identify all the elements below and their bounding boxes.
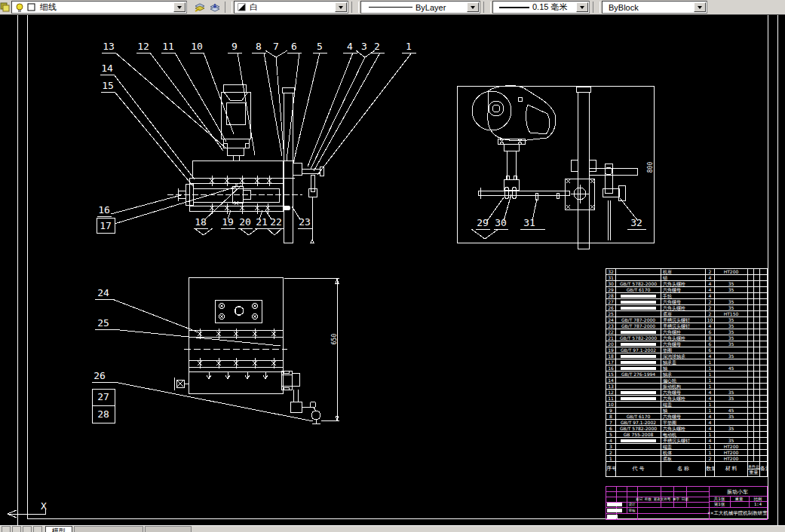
- callout-label: 29: [477, 217, 489, 228]
- layer-on-bulb-icon: [15, 3, 24, 12]
- plotstyle-combo-arrow[interactable]: [694, 2, 706, 12]
- layer-color-swatch-icon: [27, 3, 35, 11]
- callout-label: 21: [256, 216, 268, 228]
- side-view-callouts: 29 30 31 32 800: [471, 162, 654, 239]
- bom-row: 2机体1HT200: [606, 450, 768, 456]
- tab-nav-last-button[interactable]: [33, 526, 42, 532]
- color-combo-arrow[interactable]: [335, 2, 347, 12]
- bom-row: 1底板2HT200: [606, 456, 768, 462]
- bom-header-qty: 数量: [706, 462, 715, 477]
- callout-label: 11: [162, 41, 174, 52]
- tab-layout[interactable]: [145, 526, 192, 532]
- leader-lines: [111, 53, 412, 224]
- titleblock-left-row: 标记 处数 更改文件号 签字 日期: [635, 497, 688, 502]
- toolbar-separator: [351, 2, 359, 13]
- bom-row: 30GB/T 5782-2000六角头螺栓435: [606, 281, 768, 287]
- ucs-x-label: X: [41, 500, 47, 512]
- titleblock-weight-label: 重量: [735, 497, 744, 501]
- callout-label: 17: [100, 220, 112, 231]
- bom-header-weight: 单件总计 重量: [748, 462, 760, 477]
- callout-label: 27: [97, 391, 109, 402]
- callout-label: 3: [361, 41, 367, 52]
- layer-combo[interactable]: 细线: [11, 1, 187, 14]
- callout-label: 16: [98, 204, 110, 216]
- tab-nav-first-button[interactable]: [2, 526, 11, 532]
- title-block: 振动小车 共1张 第1张 重量 比例 1:4 ××工大机械学院机制教研室 标记 …: [606, 486, 768, 519]
- previous-layer-icon: [208, 2, 220, 13]
- drawing-canvas[interactable]: 13 12 11 10 9 8 7 6 5 4 3 2 1 14 15 16 1…: [0, 14, 785, 525]
- layer-combo-arrow[interactable]: [173, 2, 186, 12]
- bom-row: 15GB/T 276-1994轴承1: [606, 371, 768, 378]
- callout-label: 5: [317, 41, 323, 52]
- bom-row: 3端盖1HT200: [606, 444, 768, 450]
- callout-label: 31: [523, 217, 535, 228]
- callout-label: 24: [97, 287, 109, 298]
- callout-label: 8: [256, 41, 262, 52]
- make-object-layer-current-button[interactable]: [192, 1, 207, 14]
- bom-row: 24GB/T 787-2000开槽沉头螺钉1035: [606, 317, 768, 323]
- bom-row: 18深沟球轴承435: [606, 353, 768, 359]
- layers-dialog-icon[interactable]: [0, 2, 10, 13]
- toolbar-separator: [593, 2, 600, 13]
- bom-row: 4开槽沉头螺钉435: [606, 438, 768, 444]
- bom-header-material: 材 料: [715, 462, 748, 477]
- tab-nav-next-button[interactable]: [23, 526, 32, 532]
- callout-braces: [471, 229, 498, 239]
- linetype-combo-arrow[interactable]: [467, 2, 479, 12]
- bom-table: 32机座2HT20031销430GB/T 5782-2000六角头螺栓43529…: [606, 268, 768, 477]
- bom-row: 21GB/T 5782-2000六角头螺栓835: [606, 335, 768, 341]
- previous-layer-button[interactable]: [207, 1, 222, 14]
- bom-row: 14偏心轮1: [606, 378, 768, 384]
- tab-model[interactable]: 模型: [45, 526, 72, 532]
- bom-row: 26六角头螺栓235: [606, 305, 768, 311]
- leader-lines: [487, 194, 638, 221]
- callout-label: 12: [137, 41, 149, 52]
- tab-layout[interactable]: [74, 526, 143, 532]
- linetype-combo[interactable]: ByLayer: [360, 1, 480, 14]
- toolbar-separator: [225, 2, 232, 13]
- lineweight-value: 0.15 毫米: [532, 2, 567, 13]
- linetype-sample: [369, 7, 412, 8]
- bom-row: 16轴145: [606, 365, 768, 371]
- bom-row: 8GB/T 6170六角螺母435: [606, 414, 768, 420]
- titleblock-scale-label: 比例: [754, 497, 762, 502]
- titleblock-sheet-no: 第1张: [714, 502, 725, 507]
- bom-row: 10端盖1: [606, 402, 768, 408]
- properties-toolbar: 细线 白: [0, 0, 785, 15]
- app-window: 细线 白: [0, 0, 785, 532]
- callout-label: 7: [273, 41, 279, 52]
- titleblock-audit-label: 审核: [629, 509, 636, 512]
- tab-nav-prev-button[interactable]: [12, 526, 21, 532]
- titleblock-org: ××工大机械学院机制教研室: [707, 510, 768, 516]
- bom-row: 19GB/T 97.1-2002垫圈6: [606, 347, 768, 353]
- bom-row: 13振动机构1: [606, 384, 768, 390]
- bom-row: 6GB/T 5782-2000六角头螺栓435: [606, 426, 768, 432]
- callout-label: 19: [222, 216, 234, 228]
- layer-name: 细线: [40, 2, 57, 13]
- callout-label: 1: [406, 41, 412, 52]
- lineweight-combo-arrow[interactable]: [576, 2, 588, 12]
- callout-label: 4: [347, 41, 353, 52]
- bom-row: 22六角螺栓635: [606, 329, 768, 335]
- callout-label: 6: [291, 41, 297, 52]
- callout-label: 18: [195, 216, 207, 228]
- color-swatch-icon: [238, 3, 246, 11]
- toolbar-separator: [483, 2, 491, 13]
- bom-row: 27六角螺母235: [606, 299, 768, 305]
- linetype-name: ByLayer: [415, 3, 446, 12]
- lineweight-combo[interactable]: 0.15 毫米: [492, 1, 590, 14]
- bom-header-code: 代 号: [616, 462, 661, 477]
- callout-label: 26: [94, 370, 106, 381]
- bom-row: 9轴145: [606, 408, 768, 414]
- bom-header-no: 序号: [606, 462, 616, 477]
- bom-row: 31销4: [606, 275, 768, 281]
- callout-label: 32: [630, 217, 642, 228]
- titleblock-sheets: 共1张: [713, 497, 725, 502]
- plotstyle-combo[interactable]: ByBlock: [602, 1, 707, 14]
- lineweight-sample: [499, 7, 529, 8]
- bom-row: 28手轮4: [606, 293, 768, 299]
- bom-row: 11六角头螺栓435: [606, 396, 768, 402]
- color-combo[interactable]: 白: [234, 1, 348, 14]
- callout-label: 14: [101, 63, 113, 74]
- titleblock-scale-value: 1:4: [754, 502, 762, 506]
